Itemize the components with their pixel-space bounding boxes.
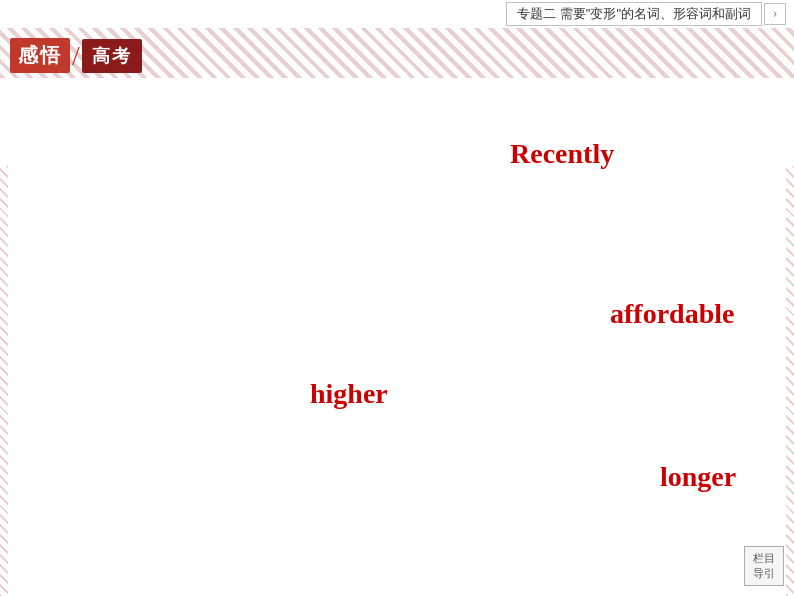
top-bar-content: 专题二 需要"变形"的名词、形容词和副词 ›: [506, 2, 786, 26]
nav-button[interactable]: 栏目 导引: [744, 546, 784, 586]
nav-button-line1: 栏目: [753, 551, 775, 566]
logo-container: 感悟 / 高考: [0, 28, 142, 83]
word-longer: longer: [660, 461, 736, 493]
logo-ganwu: 感悟: [10, 38, 70, 73]
logo-gaokao: 高考: [82, 39, 142, 73]
main-content: Recently affordable higher longer 栏目 导引: [0, 83, 794, 596]
word-higher: higher: [310, 378, 388, 410]
word-affordable: affordable: [610, 298, 734, 330]
left-edge-decoration: [0, 166, 8, 596]
chevron-right-icon[interactable]: ›: [764, 3, 786, 25]
right-edge-decoration: [786, 166, 794, 596]
logo-slash: /: [72, 40, 80, 72]
top-bar: 专题二 需要"变形"的名词、形容词和副词 ›: [0, 0, 794, 28]
topic-label: 专题二 需要"变形"的名词、形容词和副词: [506, 2, 762, 26]
word-recently: Recently: [510, 138, 614, 170]
nav-button-line2: 导引: [753, 566, 775, 581]
